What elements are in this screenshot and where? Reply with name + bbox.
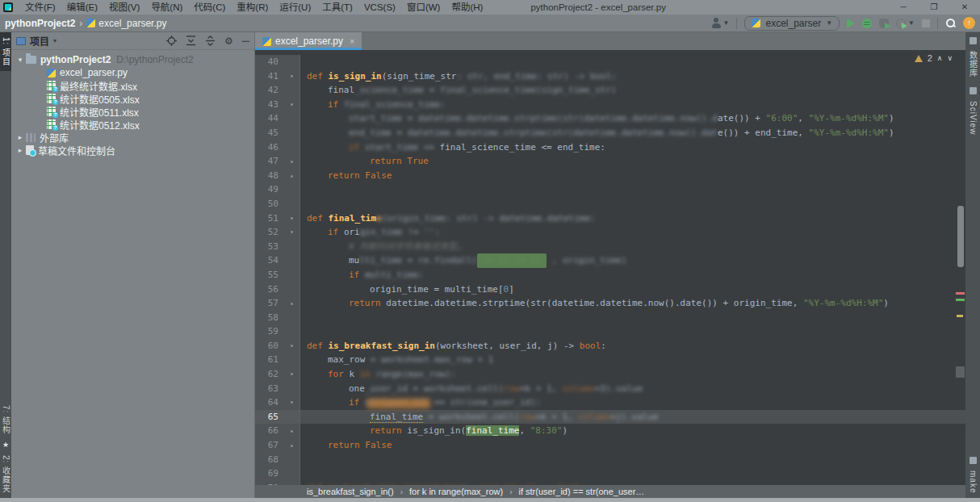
code-token: "6:00" — [766, 113, 798, 123]
menu-item[interactable]: VCS(S) — [358, 2, 401, 12]
tree-row[interactable]: ▸草稿文件和控制台 — [11, 144, 254, 157]
tool-window-sciview[interactable]: SciView — [969, 96, 978, 140]
breadcrumb-segment[interactable]: for k in range(max_row) — [409, 487, 503, 496]
tree-item-label: 统计数据0512.xlsx — [60, 118, 140, 132]
error-stripe-mark[interactable] — [956, 292, 965, 295]
tool-window-icon — [16, 37, 26, 45]
close-tab-icon[interactable]: × — [350, 36, 354, 46]
tree-row[interactable]: excel_parser.py — [11, 66, 254, 79]
code-token: "" — [424, 227, 434, 237]
tool-window-database[interactable]: 数据库 — [967, 46, 979, 82]
breadcrumb-separator: › — [509, 487, 512, 496]
error-stripe-mark[interactable] — [957, 315, 963, 317]
editor-scrollbar[interactable] — [957, 206, 964, 267]
fold-marker-icon[interactable]: ▾ — [284, 225, 299, 240]
user-menu-button[interactable]: ▼ — [711, 18, 730, 28]
tree-chevron-icon[interactable]: ▸ — [16, 146, 24, 154]
tab-excel-parser[interactable]: excel_parser.py × — [255, 32, 362, 50]
menu-item[interactable]: 视图(V) — [103, 2, 145, 12]
tool-window-project[interactable]: 1: 项目 — [0, 32, 12, 71]
debug-button[interactable] — [862, 19, 872, 28]
code-token: final_science_time <= end_time: — [440, 142, 605, 153]
error-stripe-mark[interactable] — [956, 299, 965, 301]
code-token: bool — [580, 341, 601, 351]
run-button[interactable] — [847, 19, 855, 28]
tree-row[interactable]: 统计数据0512.xlsx — [11, 118, 254, 131]
update-notification-icon[interactable]: ↑ — [963, 17, 975, 29]
tool-window-structure[interactable]: 7: 结构 — [0, 400, 12, 439]
fold-marker-icon[interactable]: ▾ — [284, 98, 299, 112]
menu-item[interactable]: 帮助(H) — [446, 2, 488, 12]
code-editor[interactable]: 4041▾def is_sign_in(sign_time_str: str, … — [255, 50, 965, 485]
breadcrumb-segment[interactable]: is_breakfast_sign_in() — [307, 487, 394, 496]
breadcrumb-segment[interactable]: if str(user_id) == str(one_user… — [518, 487, 644, 496]
tree-row[interactable]: ▸外部库 — [11, 131, 254, 144]
collapse-all-icon[interactable] — [205, 36, 216, 46]
code-token: # 判断时间字符串格式类型… — [349, 241, 463, 252]
code-token: row — [504, 383, 520, 394]
tree-chevron-icon[interactable]: ▾ — [16, 56, 24, 64]
tree-row[interactable]: 统计数据0505.xlsx — [11, 92, 254, 105]
search-everywhere-icon[interactable] — [945, 18, 956, 28]
fold-marker-icon[interactable]: ▾ — [284, 339, 299, 353]
breadcrumb-separator: › — [79, 18, 82, 29]
fold-marker-icon[interactable]: ▴ — [284, 154, 299, 169]
next-problem-icon[interactable]: ∨ — [947, 54, 953, 62]
stop-button[interactable] — [922, 19, 930, 27]
profiler-button[interactable]: ▼ — [896, 19, 915, 28]
tool-window-make[interactable]: make — [969, 466, 978, 498]
menu-item[interactable]: 文件(F) — [19, 2, 61, 12]
fold-marker-icon[interactable]: ▾ — [284, 211, 299, 226]
locate-file-icon[interactable] — [166, 36, 177, 46]
minimize-button[interactable]: ─ — [888, 0, 919, 15]
code-line: 42final_science_time = final_science_tim… — [255, 83, 965, 98]
run-with-coverage-button[interactable] — [879, 19, 889, 28]
code-line: 58 — [255, 311, 965, 325]
menu-item[interactable]: 导航(N) — [145, 2, 188, 12]
tree-chevron-icon[interactable]: ▸ — [16, 133, 24, 141]
line-number: 56 — [255, 282, 284, 297]
menu-item[interactable]: 运行(U) — [274, 2, 316, 12]
fold-marker-icon[interactable]: ▾ — [284, 69, 299, 84]
tree-row[interactable]: ▾pythonProject2D:\pythonProject2 — [11, 53, 254, 66]
lib-icon — [26, 133, 36, 142]
menu-item[interactable]: 窗口(W) — [401, 2, 446, 12]
maximize-button[interactable]: ❐ — [919, 0, 949, 15]
line-number: 70 — [255, 481, 284, 485]
fold-marker-icon[interactable]: ▴ — [284, 438, 299, 453]
fold-marker-icon[interactable]: ▾ — [284, 395, 299, 410]
hide-panel-icon[interactable]: ─ — [242, 35, 249, 47]
toolbar-divider — [736, 18, 737, 29]
settings-gear-icon[interactable]: ⚙ — [224, 36, 233, 46]
menu-item[interactable]: 代码(C) — [188, 2, 231, 12]
code-token: return — [370, 156, 407, 166]
code-line: 67▴return False — [255, 438, 965, 453]
tree-row[interactable]: 统计数据0511.xlsx — [11, 105, 254, 118]
project-panel-title[interactable]: 项目 — [30, 34, 49, 48]
menu-item[interactable]: 编辑(E) — [61, 2, 103, 12]
code-token: (worksheet, user_id, j) -> — [435, 341, 580, 351]
tree-row[interactable]: 最终统计数据.xlsx — [11, 79, 254, 92]
fold-marker-icon[interactable]: ▴ — [284, 169, 299, 183]
fold-marker-icon[interactable]: ▾ — [284, 367, 299, 382]
code-line: 48▴return False — [255, 169, 965, 183]
previous-problem-icon[interactable]: ∧ — [937, 54, 943, 62]
code-token: k — [350, 369, 360, 379]
menu-item[interactable]: 工具(T) — [316, 2, 358, 12]
chevron-down-icon[interactable]: ▾ — [53, 37, 57, 44]
fold-marker-icon[interactable]: ▴ — [284, 424, 299, 438]
code-token: ) — [889, 128, 894, 138]
line-number: 46 — [255, 140, 284, 155]
run-configuration-select[interactable]: excel_parser ▼ — [744, 16, 840, 31]
expand-all-icon[interactable] — [186, 36, 196, 46]
nav-breadcrumb-file[interactable]: excel_parser.py — [86, 18, 166, 29]
chevron-down-icon: ▼ — [908, 19, 915, 27]
inspection-widget[interactable]: 2 ∧ ∨ — [915, 53, 953, 63]
close-button[interactable]: ✕ — [949, 0, 980, 15]
line-number: 68 — [255, 453, 284, 467]
fold-spacer — [284, 453, 299, 467]
tool-window-favorites[interactable]: 2: 收藏夹 — [0, 450, 12, 498]
nav-breadcrumb-project[interactable]: pythonProject2 — [5, 18, 75, 29]
menu-item[interactable]: 重构(R) — [231, 2, 274, 12]
fold-marker-icon[interactable]: ▴ — [284, 296, 299, 311]
